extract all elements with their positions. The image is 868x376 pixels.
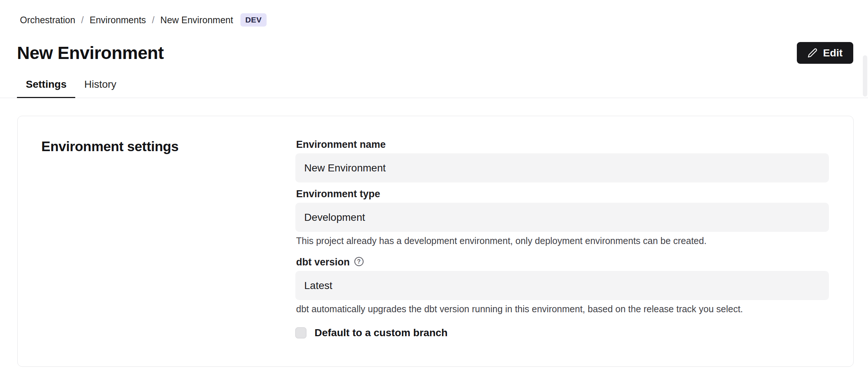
dbt-version-label: dbt version — [296, 257, 350, 268]
environment-type-input[interactable]: Development — [295, 203, 829, 232]
tab-settings[interactable]: Settings — [17, 74, 75, 98]
breadcrumb: Orchestration / Environments / New Envir… — [0, 0, 868, 27]
environment-settings-card: Environment settings Environment name Ne… — [17, 116, 854, 367]
breadcrumb-separator: / — [81, 15, 84, 25]
card-left-column: Environment settings — [41, 139, 295, 348]
edit-button[interactable]: Edit — [797, 42, 853, 64]
edit-button-label: Edit — [823, 47, 843, 59]
tabs-bar: Settings History — [0, 74, 868, 98]
environment-dev-badge: DEV — [240, 13, 267, 27]
page-header: New Environment Edit — [0, 42, 868, 64]
custom-branch-row: Default to a custom branch — [295, 327, 829, 339]
breadcrumb-current-page: New Environment — [160, 15, 233, 25]
environment-name-input[interactable]: New Environment — [295, 153, 829, 182]
tab-history[interactable]: History — [75, 74, 125, 98]
environment-name-label: Environment name — [296, 139, 829, 150]
dbt-version-input[interactable]: Latest — [295, 271, 829, 300]
custom-branch-label: Default to a custom branch — [315, 327, 448, 339]
pencil-icon — [808, 48, 817, 58]
dbt-version-label-row: dbt version ? — [296, 257, 829, 268]
help-icon[interactable]: ? — [354, 257, 364, 266]
dbt-version-helper-text: dbt automatically upgrades the dbt versi… — [296, 304, 828, 314]
custom-branch-checkbox[interactable] — [295, 327, 306, 338]
scrollbar-thumb[interactable] — [863, 55, 867, 97]
environment-type-label: Environment type — [296, 188, 829, 200]
card-form-column: Environment name New Environment Environ… — [295, 139, 829, 348]
card-heading: Environment settings — [41, 139, 295, 154]
breadcrumb-separator: / — [152, 15, 154, 25]
breadcrumb-orchestration[interactable]: Orchestration — [20, 15, 75, 25]
environment-type-helper-text: This project already has a development e… — [296, 236, 828, 246]
page-title: New Environment — [17, 43, 164, 63]
breadcrumb-environments[interactable]: Environments — [90, 15, 146, 25]
